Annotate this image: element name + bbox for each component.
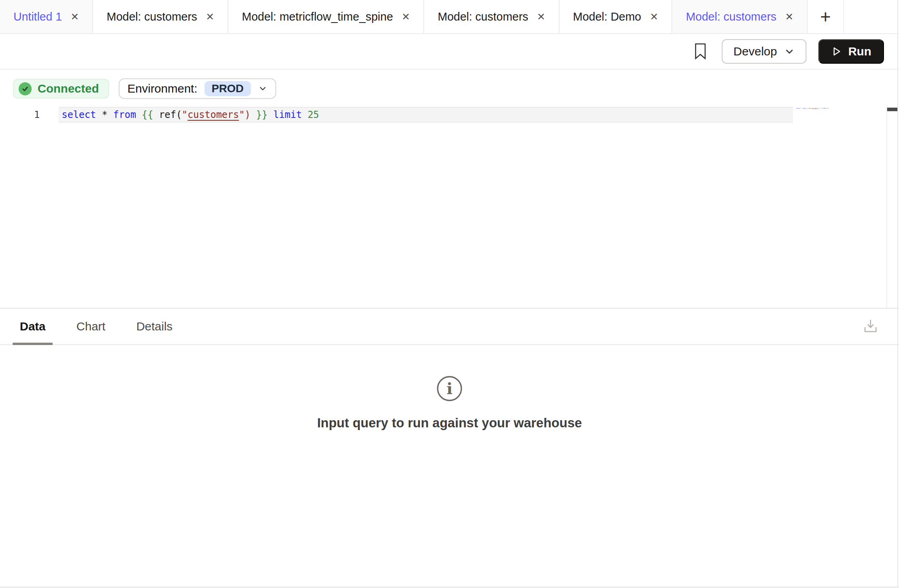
info-icon: i [436, 375, 463, 402]
empty-state-message: Input query to run against your warehous… [0, 415, 899, 431]
tab-bar-spacer [844, 0, 899, 33]
plus-icon: + [820, 6, 831, 27]
code-line[interactable]: select * from {{ ref("customers") }} lim… [62, 107, 319, 123]
close-icon[interactable]: ✕ [650, 12, 658, 22]
results-tab-details[interactable]: Details [129, 309, 180, 344]
environment-label: Environment: [127, 82, 197, 95]
code-token: ") [239, 109, 250, 120]
file-tab-label: Model: Demo [573, 10, 641, 23]
code-token: from [802, 108, 805, 109]
close-icon[interactable]: ✕ [206, 12, 214, 22]
code-token: 25 [307, 109, 319, 120]
bookmark-button[interactable] [691, 40, 710, 63]
code-token: " [182, 109, 187, 120]
chevron-down-icon [258, 84, 267, 93]
close-icon[interactable]: ✕ [537, 12, 545, 22]
results-tab-bar: DataChartDetails [0, 309, 899, 345]
svg-text:i: i [446, 379, 452, 398]
code-token: {{ [142, 109, 153, 120]
check-icon [21, 85, 29, 93]
new-tab-button[interactable]: + [808, 0, 844, 33]
status-row: Connected Environment: PROD [13, 78, 276, 99]
code-token: ref( [153, 109, 182, 120]
code-token: select [62, 109, 96, 120]
environment-selector[interactable]: Environment: PROD [119, 78, 276, 99]
download-button[interactable] [863, 317, 878, 336]
develop-button-label: Develop [734, 45, 777, 58]
code-token: ref( [808, 108, 811, 109]
editor-tab-bar: Untitled 1✕Model: customers✕Model: metri… [0, 0, 899, 34]
close-icon[interactable]: ✕ [402, 12, 410, 22]
file-tab-3[interactable]: Model: metricflow_time_spine✕ [228, 0, 424, 33]
results-tab-data[interactable]: Data [13, 309, 53, 344]
file-tab-6[interactable]: Model: customers✕ [672, 0, 808, 33]
file-tab-4[interactable]: Model: customers✕ [424, 0, 560, 33]
window-bottom-border [0, 586, 899, 588]
code-token: * [96, 109, 113, 120]
code-token: }} [256, 109, 267, 120]
toolbar: Develop Run [0, 34, 899, 70]
file-tab-1[interactable]: Untitled 1✕ [0, 0, 93, 33]
code-token: from [113, 109, 136, 120]
connection-status-badge: Connected [13, 79, 109, 99]
code-token: customers [812, 108, 818, 109]
results-tab-label: Details [136, 320, 173, 333]
file-tab-label: Model: customers [686, 10, 776, 23]
chevron-down-icon [784, 46, 795, 57]
code-token [267, 109, 273, 120]
line-number: 1 [34, 107, 50, 123]
environment-value-chip: PROD [205, 81, 251, 96]
file-tab-label: Model: metricflow_time_spine [242, 10, 393, 23]
ide-window: Untitled 1✕Model: customers✕Model: metri… [0, 0, 899, 588]
results-tab-label: Chart [76, 320, 105, 333]
window-right-border [897, 0, 898, 588]
play-icon [831, 46, 842, 57]
bookmark-icon [694, 43, 707, 60]
code-token [302, 109, 307, 120]
file-tab-2[interactable]: Model: customers✕ [93, 0, 228, 33]
close-icon[interactable]: ✕ [785, 12, 793, 22]
code-token: customers [188, 109, 239, 120]
download-icon [863, 317, 878, 334]
file-tab-label: Model: customers [438, 10, 528, 23]
file-tab-label: Untitled 1 [13, 10, 62, 23]
minimap-line: select * from {{ ref("customers") }} lim… [796, 108, 865, 109]
results-tab-label: Data [20, 320, 46, 333]
develop-button[interactable]: Develop [722, 39, 806, 64]
file-tab-5[interactable]: Model: Demo✕ [560, 0, 672, 33]
sql-editor: Connected Environment: PROD 1 select * f… [0, 70, 899, 308]
results-tab-chart[interactable]: Chart [69, 309, 112, 344]
code-token [250, 109, 256, 120]
run-button[interactable]: Run [818, 39, 884, 64]
editor-scrollbar-thumb[interactable] [887, 108, 897, 111]
results-empty-state: i Input query to run against your wareho… [0, 345, 899, 587]
close-icon[interactable]: ✕ [71, 12, 79, 22]
code-token: 25 [827, 108, 829, 109]
code-token: limit [823, 108, 826, 109]
editor-scrollbar-track [886, 107, 887, 308]
code-token: select [796, 108, 800, 109]
connected-label: Connected [38, 82, 99, 95]
file-tab-label: Model: customers [106, 10, 197, 23]
run-button-label: Run [848, 45, 871, 58]
connected-check-circle [19, 82, 32, 95]
code-token: limit [273, 109, 302, 120]
code-token [136, 109, 142, 120]
